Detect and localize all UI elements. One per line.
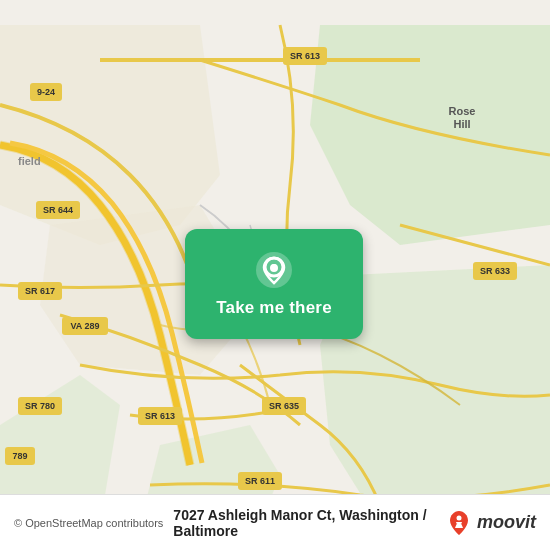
take-me-there-button[interactable]: Take me there xyxy=(185,229,363,339)
location-text: 7027 Ashleigh Manor Ct, Washington / Bal… xyxy=(163,507,445,539)
svg-text:SR 617: SR 617 xyxy=(25,286,55,296)
location-pin-icon xyxy=(254,250,294,290)
svg-text:789: 789 xyxy=(12,451,27,461)
svg-rect-37 xyxy=(456,522,462,524)
svg-text:field: field xyxy=(18,155,41,167)
svg-text:SR 611: SR 611 xyxy=(245,476,275,486)
svg-point-36 xyxy=(456,515,461,520)
map-attribution: © OpenStreetMap contributors xyxy=(14,517,163,529)
svg-text:SR 633: SR 633 xyxy=(480,266,510,276)
map-container: SR 613 SR 644 SR 617 VA 289 SR 780 SR 61… xyxy=(0,0,550,550)
svg-text:SR 613: SR 613 xyxy=(290,51,320,61)
svg-text:Rose: Rose xyxy=(449,105,476,117)
svg-text:SR 780: SR 780 xyxy=(25,401,55,411)
moovit-icon xyxy=(445,509,473,537)
bottom-bar: © OpenStreetMap contributors 7027 Ashlei… xyxy=(0,494,550,550)
svg-text:SR 644: SR 644 xyxy=(43,205,73,215)
svg-text:SR 635: SR 635 xyxy=(269,401,299,411)
take-me-there-label: Take me there xyxy=(216,298,332,318)
svg-text:9-24: 9-24 xyxy=(37,87,55,97)
moovit-brand-label: moovit xyxy=(477,512,536,533)
moovit-logo: moovit xyxy=(445,509,536,537)
svg-text:VA 289: VA 289 xyxy=(70,321,99,331)
svg-point-35 xyxy=(270,264,278,272)
svg-text:Hill: Hill xyxy=(453,118,470,130)
svg-text:SR 613: SR 613 xyxy=(145,411,175,421)
